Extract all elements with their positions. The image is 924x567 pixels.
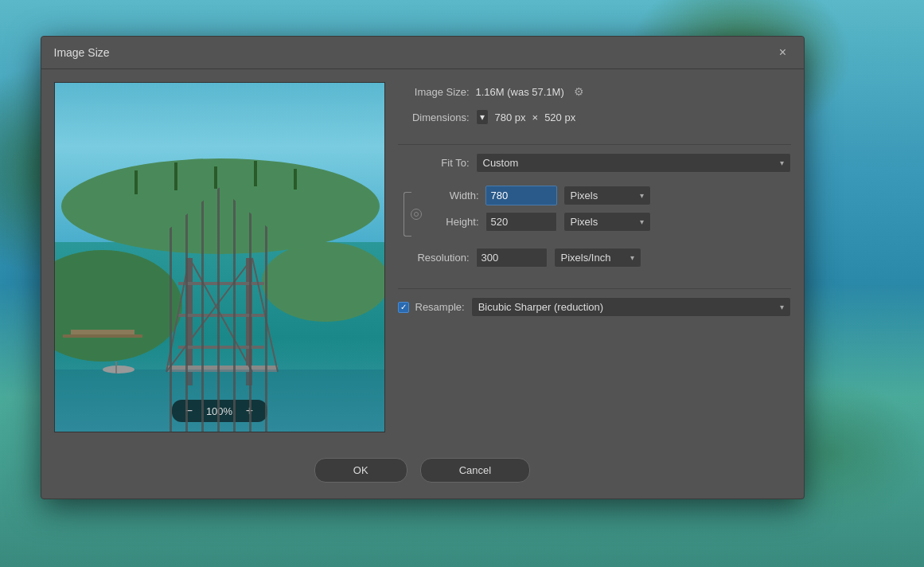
dialog-overlay: Image Size ×: [0, 0, 924, 567]
zoom-in-button[interactable]: +: [242, 403, 258, 419]
svg-rect-15: [166, 366, 278, 372]
fit-to-value: Custom: [483, 157, 519, 169]
svg-rect-13: [178, 314, 264, 317]
resolution-input[interactable]: [476, 248, 548, 268]
fit-to-label: Fit To:: [398, 157, 470, 169]
zoom-percentage: 100%: [204, 405, 236, 417]
resample-row: Resample: Bicubic Sharper (reduction) ▾: [398, 297, 791, 317]
image-size-value: 1.16M (was 57.1M): [476, 86, 564, 98]
zoom-out-button[interactable]: −: [181, 403, 197, 419]
svg-line-18: [166, 258, 252, 372]
svg-point-2: [61, 158, 380, 254]
svg-line-16: [166, 258, 189, 372]
resolution-row: Resolution: Pixels/Inch ▾: [398, 248, 791, 268]
width-field-row: Width: Pixels ▾: [431, 186, 791, 205]
width-height-fields: Width: Pixels ▾ Height:: [431, 186, 791, 232]
fit-to-dropdown[interactable]: Custom ▾: [476, 153, 791, 173]
width-unit-arrow-icon: ▾: [640, 191, 644, 200]
dimensions-label: Dimensions:: [398, 111, 470, 123]
preview-panel: − 100% +: [54, 82, 385, 432]
resolution-label: Resolution:: [398, 252, 470, 264]
svg-rect-9: [294, 169, 297, 190]
svg-rect-10: [186, 258, 193, 385]
cancel-button[interactable]: Cancel: [420, 458, 530, 483]
ok-button[interactable]: OK: [314, 458, 407, 483]
svg-point-4: [262, 242, 385, 322]
svg-point-23: [103, 366, 135, 373]
dimensions-dropdown[interactable]: ▾: [476, 109, 489, 125]
svg-rect-24: [115, 362, 117, 373]
width-label: Width:: [431, 190, 479, 201]
resample-arrow-icon: ▾: [780, 303, 784, 311]
resolution-unit-dropdown[interactable]: Pixels/Inch ▾: [554, 248, 641, 268]
svg-rect-21: [63, 334, 142, 338]
preview-image: − 100% +: [54, 82, 385, 432]
width-input[interactable]: [485, 186, 557, 205]
dropdown-arrow-icon: ▾: [480, 111, 485, 123]
svg-rect-11: [246, 258, 252, 385]
height-label: Height:: [431, 216, 479, 228]
resample-checkbox[interactable]: [398, 302, 409, 313]
fit-to-arrow-icon: ▾: [780, 158, 784, 167]
gear-icon[interactable]: ⚙: [574, 85, 584, 98]
zoom-controls: − 100% +: [172, 400, 267, 422]
svg-rect-20: [71, 330, 135, 334]
image-size-label: Image Size:: [398, 86, 470, 98]
svg-rect-14: [178, 346, 264, 349]
width-unit-value: Pixels: [571, 190, 598, 201]
resample-label: Resample:: [415, 301, 465, 313]
height-field-row: Height: Pixels ▾: [431, 212, 791, 232]
dimensions-row: Dimensions: ▾ 780 px × 520 px: [398, 109, 791, 125]
separator-1: [398, 144, 791, 145]
svg-rect-5: [135, 170, 138, 194]
dialog-titlebar: Image Size ×: [41, 37, 804, 69]
dialog-footer: OK Cancel: [41, 445, 804, 499]
svg-rect-12: [178, 282, 264, 285]
settings-panel: Image Size: 1.16M (was 57.1M) ⚙ Dimensio…: [398, 82, 791, 432]
close-button[interactable]: ×: [775, 45, 791, 61]
width-unit-dropdown[interactable]: Pixels ▾: [563, 186, 651, 205]
height-unit-dropdown[interactable]: Pixels ▾: [563, 212, 651, 232]
resolution-unit-arrow-icon: ▾: [630, 253, 634, 262]
dimensions-width: 780 px: [495, 111, 526, 123]
link-constraint-icon: [398, 186, 422, 237]
svg-line-17: [189, 258, 252, 372]
svg-line-19: [252, 258, 278, 372]
resolution-unit-value: Pixels/Inch: [561, 252, 611, 264]
svg-rect-6: [174, 162, 177, 190]
svg-rect-7: [214, 166, 217, 189]
resample-dropdown[interactable]: Bicubic Sharper (reduction) ▾: [471, 297, 791, 317]
svg-rect-22: [55, 370, 385, 432]
dimensions-x: ×: [532, 111, 539, 123]
height-input[interactable]: [485, 212, 557, 232]
dimensions-height: 520 px: [544, 111, 575, 123]
height-unit-value: Pixels: [571, 216, 598, 228]
width-height-section: Width: Pixels ▾ Height:: [398, 186, 791, 237]
dialog-title: Image Size: [54, 46, 110, 59]
fit-to-row: Fit To: Custom ▾: [398, 153, 791, 173]
svg-rect-8: [254, 161, 257, 186]
dialog-body: − 100% + Image Size: 1.16M (was 57.1M) ⚙…: [41, 69, 804, 445]
image-size-row: Image Size: 1.16M (was 57.1M) ⚙: [398, 85, 791, 98]
separator-2: [398, 288, 791, 289]
height-unit-arrow-icon: ▾: [640, 217, 644, 226]
chain-bracket: [404, 192, 416, 237]
image-size-dialog: Image Size ×: [41, 36, 805, 499]
resample-value: Bicubic Sharper (reduction): [478, 301, 604, 313]
svg-point-3: [55, 250, 182, 362]
